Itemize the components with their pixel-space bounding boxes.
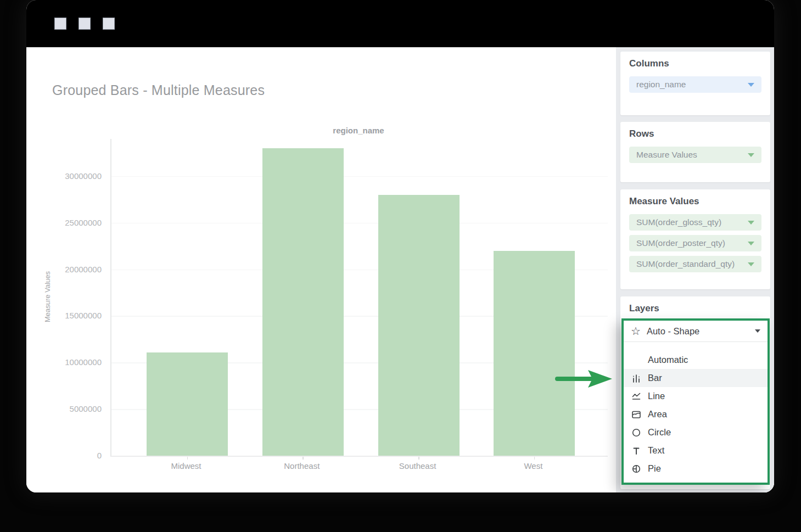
chevron-down-icon: [748, 153, 754, 157]
chevron-down-icon: [748, 262, 754, 266]
layers-panel: Layers ☆ Auto - Shape Automatic: [620, 296, 770, 489]
line-chart-icon: [630, 391, 642, 401]
menu-item-circle[interactable]: Circle: [624, 423, 768, 441]
pill-label: SUM(order_poster_qty): [636, 238, 725, 248]
window-button-1[interactable]: [54, 18, 66, 30]
gridline: [111, 176, 608, 177]
bar-west[interactable]: [494, 251, 575, 456]
pill-label: SUM(order_gloss_qty): [636, 217, 721, 227]
chevron-down-icon: [748, 83, 754, 87]
menu-item-label: Circle: [648, 427, 671, 438]
y-axis-ticks: 0500000010000000150000002000000025000000…: [48, 47, 106, 492]
x-category-label: Midwest: [139, 461, 233, 471]
text-icon: [630, 446, 642, 456]
y-tick-label: 10000000: [65, 357, 102, 367]
menu-item-label: Text: [648, 445, 664, 456]
x-category-label: Southeast: [371, 461, 464, 471]
bar-northeast[interactable]: [262, 148, 344, 456]
x-tick: [534, 457, 535, 460]
chevron-down-icon: [748, 242, 754, 245]
shape-select[interactable]: ☆ Auto - Shape: [624, 321, 768, 341]
shape-menu: Automatic Bar: [624, 342, 768, 483]
menu-item-automatic[interactable]: Automatic: [624, 351, 768, 369]
shelf-sidebar: Columns region_name Rows Measure Values …: [616, 47, 774, 492]
menu-item-line[interactable]: Line: [624, 387, 768, 405]
bar-midwest[interactable]: [147, 352, 228, 456]
bar-southeast[interactable]: [378, 195, 460, 456]
pill-label: region_name: [636, 80, 686, 89]
window-button-2[interactable]: [79, 18, 91, 30]
x-category-label: Northeast: [255, 461, 349, 471]
menu-item-text[interactable]: Text: [624, 441, 768, 460]
column-axis-label: region_name: [110, 126, 607, 135]
menu-item-label: Pie: [648, 463, 661, 474]
circle-icon: [630, 428, 642, 438]
menu-item-label: Bar: [648, 373, 662, 383]
y-tick-label: 15000000: [65, 311, 102, 320]
shape-select-value: Auto - Shape: [647, 326, 699, 337]
y-tick-label: 5000000: [70, 404, 102, 413]
y-tick-label: 25000000: [65, 218, 102, 227]
columns-shelf: Columns region_name: [620, 52, 770, 115]
star-icon: ☆: [631, 326, 641, 337]
y-tick-label: 0: [97, 451, 102, 460]
measure-values-label: Measure Values: [629, 196, 761, 207]
pill-region-name[interactable]: region_name: [629, 76, 761, 93]
measure-values-shelf: Measure Values SUM(order_gloss_qty) SUM(…: [620, 189, 770, 289]
pill-sum-order-poster-qty[interactable]: SUM(order_poster_qty): [629, 235, 761, 251]
window-button-3[interactable]: [103, 18, 115, 30]
area-chart-icon: [630, 410, 642, 419]
chevron-down-icon: [755, 329, 760, 333]
pill-label: Measure Values: [636, 150, 697, 160]
pill-label: SUM(order_standard_qty): [636, 259, 735, 269]
x-category-label: West: [486, 461, 580, 471]
bar-chart-icon: [630, 373, 642, 383]
chevron-down-icon: [748, 221, 754, 225]
gridline: [111, 223, 608, 224]
shape-dropdown: ☆ Auto - Shape Automatic: [621, 318, 770, 485]
x-tick: [303, 457, 304, 460]
menu-item-area[interactable]: Area: [624, 405, 768, 423]
pill-sum-order-standard-qty[interactable]: SUM(order_standard_qty): [629, 256, 761, 272]
y-tick-label: 20000000: [65, 265, 102, 274]
layers-label: Layers: [620, 303, 770, 314]
menu-item-label: Automatic: [648, 355, 688, 365]
x-tick: [418, 457, 419, 460]
menu-item-bar[interactable]: Bar: [624, 369, 768, 387]
pie-chart-icon: [630, 464, 642, 474]
rows-shelf: Rows Measure Values: [620, 122, 770, 182]
menu-item-pie[interactable]: Pie: [624, 460, 768, 478]
menu-item-label: Area: [648, 409, 667, 419]
menu-item-label: Line: [648, 391, 665, 401]
no-icon-spacer: [630, 355, 642, 365]
y-tick-label: 30000000: [65, 171, 102, 181]
x-tick: [187, 457, 188, 460]
rows-label: Rows: [629, 128, 761, 139]
columns-label: Columns: [629, 58, 761, 69]
main-area: Grouped Bars - Multiple Measures region_…: [26, 47, 774, 492]
y-axis-title: Measure Values: [43, 264, 52, 330]
bar-plot: [110, 139, 608, 457]
annotation-arrow-icon: [555, 369, 612, 389]
titlebar: [26, 0, 774, 47]
screen: Grouped Bars - Multiple Measures region_…: [0, 0, 801, 532]
app-window: Grouped Bars - Multiple Measures region_…: [26, 0, 774, 492]
pill-sum-order-gloss-qty[interactable]: SUM(order_gloss_qty): [629, 214, 761, 231]
pill-measure-values[interactable]: Measure Values: [629, 147, 761, 163]
